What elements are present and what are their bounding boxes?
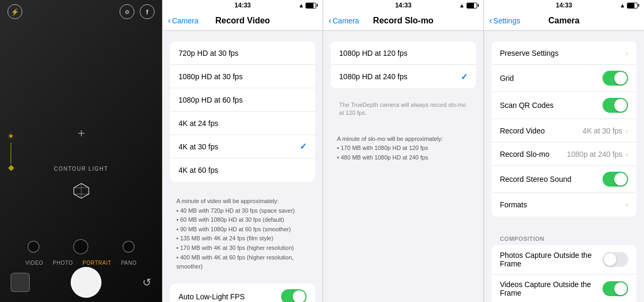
battery-icon-3	[467, 3, 477, 9]
lens-control-2[interactable]	[73, 239, 88, 254]
mode-video[interactable]: VIDEO	[26, 260, 44, 266]
back-chevron-4: ‹	[489, 16, 493, 25]
signal-icons-4: ▲	[620, 2, 638, 9]
auto-low-light-row[interactable]: Auto Low-Light FPS	[170, 283, 315, 302]
lens-control-3[interactable]	[123, 241, 134, 253]
grid-toggle[interactable]	[603, 71, 628, 86]
record-stereo-toggle[interactable]	[603, 172, 628, 187]
camera-modes: VIDEO PHOTO PORTRAIT PANO	[0, 260, 162, 266]
option-1080p-120[interactable]: 1080p HD at 120 fps	[331, 41, 476, 65]
record-stereo-row[interactable]: Record Stereo Sound	[492, 166, 637, 193]
option-1080p-30[interactable]: 1080p HD at 30 fps	[170, 65, 315, 88]
back-chevron-3: ‹	[328, 16, 332, 25]
option-1080p-240[interactable]: 1080p HD at 240 fps ✓	[331, 65, 476, 88]
camera-panel: ⚡ ⊙ f ＋ CONTOUR LIGHT ☀ VIDEO PHOTO PORT…	[0, 0, 162, 302]
status-time-4: 14:33	[556, 2, 572, 9]
wifi-icon-3: ▲	[459, 2, 465, 9]
battery-icon-4	[627, 3, 638, 9]
wifi-icon-2: ▲	[298, 2, 304, 9]
record-slomo-panel: 14:33 ▲ ‹ Camera Record Slo-mo 1080p HD …	[323, 0, 483, 302]
wifi-icon-4: ▲	[620, 2, 625, 9]
photos-outside-toggle[interactable]	[603, 252, 628, 267]
composition-header: COMPOSITION	[492, 227, 637, 245]
grid-row[interactable]: Grid	[492, 65, 637, 92]
info-icon[interactable]: f	[140, 4, 155, 19]
nav-bar-record-video: ‹ Camera Record Video	[163, 11, 323, 31]
video-size-info: A minute of video will be approximately:…	[170, 192, 315, 276]
bullet-info-text: A minute of video will be approximately:…	[176, 198, 295, 270]
scan-qr-toggle[interactable]	[603, 98, 628, 113]
nav-title-camera: Camera	[548, 16, 580, 26]
status-time-2: 14:33	[234, 2, 251, 9]
option-720p-30[interactable]: 720p HD at 30 fps	[170, 41, 315, 65]
battery-icon-2	[306, 3, 316, 9]
flash-icon[interactable]: ⚡	[7, 4, 22, 19]
preserve-chevron: ›	[625, 49, 628, 57]
record-slomo-content: 1080p HD at 120 fps 1080p HD at 240 fps …	[323, 31, 483, 302]
slomo-size-info: A minute of slo-mo will be approximately…	[331, 130, 476, 167]
camera-settings-panel: 14:33 ▲ ‹ Settings Camera Preserve Setti…	[484, 0, 644, 302]
camera-main-group: Preserve Settings › Grid Scan QR Codes R…	[492, 41, 637, 216]
option-4k-24[interactable]: 4K at 24 fps	[170, 112, 315, 135]
nav-title-record-video: Record Video	[215, 16, 270, 26]
camera-top-bar: ⚡ ⊙ f	[0, 0, 162, 23]
status-bar-3: 14:33 ▲	[323, 0, 483, 11]
brightness-control[interactable]: ☀	[7, 132, 14, 170]
option-4k-30[interactable]: 4K at 30 fps ✓	[170, 135, 315, 158]
option-1080p-60[interactable]: 1080p HD at 60 fps	[170, 88, 315, 112]
cube-icon	[72, 181, 91, 204]
slomo-bullet-text: A minute of slo-mo will be approximately…	[337, 136, 443, 161]
formats-chevron: ›	[625, 200, 628, 209]
preserve-settings-row[interactable]: Preserve Settings ›	[492, 41, 637, 65]
record-video-row[interactable]: Record Video 4K at 30 fps ›	[492, 119, 637, 142]
formats-row[interactable]: Formats ›	[492, 193, 637, 216]
record-slomo-chevron: ›	[625, 150, 628, 158]
auto-low-light-toggle[interactable]	[281, 289, 307, 302]
back-label-4: Settings	[493, 16, 520, 25]
video-options-group: 720p HD at 30 fps 1080p HD at 30 fps 108…	[170, 41, 315, 182]
checkmark-1080p-240: ✓	[461, 72, 468, 82]
auto-low-light-group: Auto Low-Light FPS	[170, 283, 315, 302]
nav-bar-record-slomo: ‹ Camera Record Slo-mo	[323, 11, 483, 31]
nav-back-camera[interactable]: ‹ Settings	[489, 16, 520, 25]
brightness-sun-icon: ☀	[7, 132, 14, 140]
record-video-panel: 14:33 ▲ ‹ Camera Record Video 720p HD at…	[162, 0, 323, 302]
checkmark-4k-30: ✓	[300, 141, 307, 152]
nav-back-record-slomo[interactable]: ‹ Camera	[328, 16, 359, 25]
flip-camera-icon[interactable]: ↺	[142, 276, 151, 289]
status-bar-2: 14:33 ▲	[163, 0, 323, 11]
thumbnail-preview[interactable]	[11, 273, 30, 292]
mode-photo[interactable]: PHOTO	[53, 260, 73, 266]
nav-title-record-slomo: Record Slo-mo	[373, 16, 434, 26]
camera-controls-row	[0, 239, 162, 254]
back-label-2: Camera	[172, 16, 199, 25]
camera-settings-content: Preserve Settings › Grid Scan QR Codes R…	[484, 31, 644, 302]
record-slomo-row[interactable]: Record Slo-mo 1080p at 240 fps ›	[492, 142, 637, 166]
status-bar-4: 14:33 ▲	[484, 0, 644, 11]
videos-outside-toggle[interactable]	[603, 281, 628, 296]
truedepth-info: The TrueDepth camera will always record …	[331, 99, 476, 123]
record-video-content: 720p HD at 30 fps 1080p HD at 30 fps 108…	[163, 31, 323, 302]
photos-outside-row[interactable]: Photos Capture Outside the Frame	[492, 245, 637, 274]
option-4k-60[interactable]: 4K at 60 fps	[170, 158, 315, 182]
nav-back-record-video[interactable]: ‹ Camera	[168, 16, 198, 25]
camera-background	[0, 0, 162, 302]
contour-label: CONTOUR LIGHT	[54, 166, 108, 172]
composition-group: Photos Capture Outside the Frame Videos …	[492, 245, 637, 302]
crosshair-icon: ＋	[75, 125, 87, 141]
record-video-chevron: ›	[625, 127, 628, 135]
lens-control-1[interactable]	[28, 241, 39, 253]
brightness-line	[11, 142, 11, 164]
mode-pano[interactable]: PANO	[121, 260, 137, 266]
signal-icons-3: ▲	[459, 2, 477, 9]
live-icon[interactable]: ⊙	[120, 4, 134, 19]
slomo-options-group: 1080p HD at 120 fps 1080p HD at 240 fps …	[331, 41, 476, 88]
shutter-button[interactable]	[71, 267, 101, 298]
scan-qr-row[interactable]: Scan QR Codes	[492, 92, 637, 119]
back-label-3: Camera	[333, 16, 359, 25]
nav-bar-camera: ‹ Settings Camera	[484, 11, 644, 31]
signal-icons-2: ▲	[298, 2, 316, 9]
videos-outside-row[interactable]: Videos Capture Outside the Frame	[492, 274, 637, 302]
mode-portrait[interactable]: PORTRAIT	[82, 260, 111, 266]
status-time-3: 14:33	[395, 2, 412, 9]
